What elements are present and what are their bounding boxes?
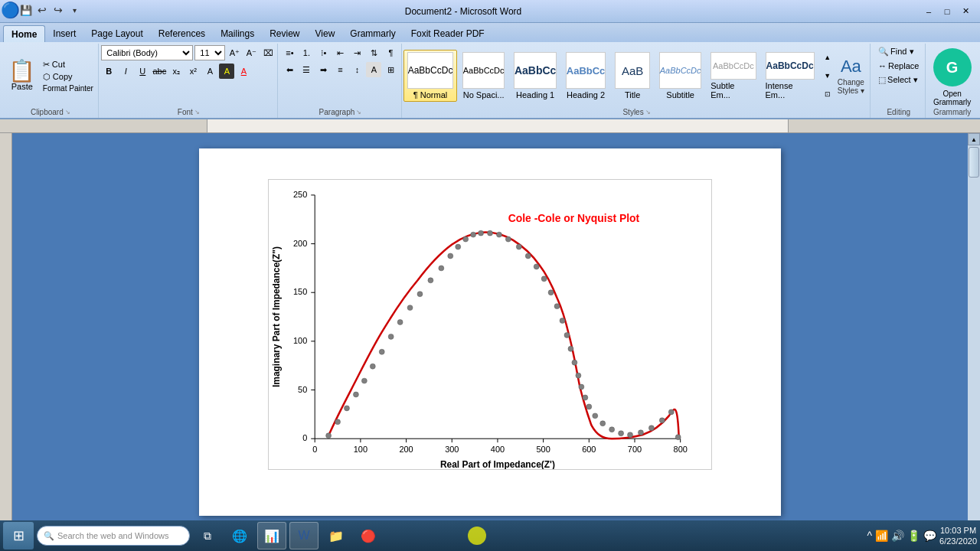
show-formatting-button[interactable]: ¶ bbox=[383, 45, 398, 60]
paragraph-expand-icon[interactable]: ↘ bbox=[356, 109, 361, 116]
strikethrough-button[interactable]: abc bbox=[152, 64, 167, 79]
excel-button[interactable]: 📊 bbox=[257, 522, 286, 549]
quick-access-dropdown[interactable]: ▾ bbox=[67, 3, 81, 17]
font-row1: Calibri (Body) 11 A⁺ A⁻ ⌧ bbox=[101, 45, 276, 60]
borders-button[interactable]: ⊞ bbox=[383, 62, 398, 77]
date: 6/23/2020 bbox=[939, 536, 977, 546]
svg-point-56 bbox=[505, 236, 511, 242]
style-intense-button[interactable]: AaBbCcDc Intense Em... bbox=[762, 50, 818, 102]
scroll-thumb[interactable] bbox=[969, 147, 979, 178]
format-painter-button[interactable]: Format Painter bbox=[41, 83, 96, 93]
svg-text:100: 100 bbox=[354, 445, 368, 454]
shrink-font-button[interactable]: A⁻ bbox=[243, 45, 259, 60]
tab-home[interactable]: Home bbox=[3, 25, 45, 42]
explorer-button[interactable]: 📁 bbox=[322, 522, 351, 549]
tab-foxit[interactable]: Foxit Reader PDF bbox=[403, 25, 492, 42]
style-subtle-preview: AaBbCcDc bbox=[710, 52, 756, 80]
svg-point-70 bbox=[586, 404, 592, 409]
minimize-button[interactable]: – bbox=[920, 4, 937, 19]
italic-button[interactable]: I bbox=[118, 64, 133, 79]
sort-button[interactable]: ⇅ bbox=[366, 45, 381, 60]
align-right-button[interactable]: ➡ bbox=[315, 62, 331, 77]
shading-button[interactable]: A bbox=[366, 62, 381, 77]
font-size-select[interactable]: 11 bbox=[194, 45, 225, 60]
task-view-button[interactable]: ⧉ bbox=[193, 522, 222, 549]
select-button[interactable]: ⬚ Select ▾ bbox=[875, 73, 922, 86]
restore-button[interactable]: □ bbox=[939, 4, 956, 19]
style-subtitle-button[interactable]: AaBbCcDc Subtitle bbox=[655, 50, 705, 102]
style-no-spacing-button[interactable]: AaBbCcDc No Spaci... bbox=[459, 50, 508, 102]
replace-button[interactable]: ↔ Replace bbox=[875, 60, 922, 72]
notification-icon[interactable]: 💬 bbox=[923, 530, 936, 542]
style-subtle-button[interactable]: AaBbCcDc Subtle Em... bbox=[707, 50, 760, 102]
superscript-button[interactable]: x² bbox=[185, 64, 201, 79]
vertical-scrollbar[interactable]: ▲ bbox=[968, 133, 980, 531]
tab-review[interactable]: Review bbox=[262, 25, 307, 42]
font-group: Calibri (Body) 11 A⁺ A⁻ ⌧ B I U abc x₂ x… bbox=[100, 44, 278, 118]
scroll-up-arrow[interactable]: ▲ bbox=[968, 133, 980, 145]
style-heading1-button[interactable]: AaBbCc Heading 1 bbox=[510, 50, 560, 102]
speaker-icon[interactable]: 🔊 bbox=[891, 530, 904, 542]
cut-button[interactable]: ✂ Cut bbox=[41, 59, 96, 70]
line-spacing-button[interactable]: ↕ bbox=[349, 62, 364, 77]
justify-button[interactable]: ≡ bbox=[332, 62, 348, 77]
font-color-button[interactable]: A bbox=[236, 64, 251, 79]
increase-indent-button[interactable]: ⇥ bbox=[349, 45, 364, 60]
close-button[interactable]: ✕ bbox=[957, 4, 974, 19]
styles-expand-icon[interactable]: ↘ bbox=[645, 109, 651, 116]
style-normal-button[interactable]: AaBbCcDc ¶ Normal bbox=[403, 50, 457, 102]
tab-insert[interactable]: Insert bbox=[45, 25, 83, 42]
svg-point-69 bbox=[583, 395, 588, 400]
font-name-select[interactable]: Calibri (Body) bbox=[101, 45, 193, 60]
svg-text:700: 700 bbox=[628, 445, 642, 454]
save-button[interactable]: 💾 bbox=[19, 3, 33, 17]
align-center-button[interactable]: ☰ bbox=[299, 62, 314, 77]
grammarly-icon-button[interactable]: G bbox=[933, 48, 972, 86]
style-title-button[interactable]: AaB Title bbox=[611, 50, 654, 102]
font-expand-icon[interactable]: ↘ bbox=[194, 109, 200, 116]
document-scroll[interactable]: 0 50 100 150 200 bbox=[12, 133, 968, 531]
multilevel-button[interactable]: ⁝• bbox=[315, 45, 331, 60]
copy-button[interactable]: ⬡ Copy bbox=[41, 71, 96, 83]
tab-references[interactable]: References bbox=[151, 25, 213, 42]
clipboard-expand-icon[interactable]: ↘ bbox=[65, 109, 70, 116]
word-button[interactable]: W bbox=[289, 522, 318, 549]
clear-format-button[interactable]: ⌧ bbox=[260, 45, 276, 60]
bullets-button[interactable]: ≡• bbox=[282, 45, 297, 60]
edge-button[interactable]: 🌐 bbox=[225, 522, 254, 549]
taskbar: ⊞ 🔍 Search the web and Windows ⧉ 🌐 📊 W 📁… bbox=[0, 520, 980, 551]
battery-icon[interactable]: 🔋 bbox=[907, 530, 920, 542]
change-styles-button[interactable]: Aa ChangeStyles ▾ bbox=[832, 50, 871, 102]
network-icon[interactable]: 📶 bbox=[875, 530, 888, 542]
align-left-button[interactable]: ⬅ bbox=[282, 62, 297, 77]
decrease-indent-button[interactable]: ⇤ bbox=[332, 45, 348, 60]
svg-text:Cole -Cole or Nyquist Plot: Cole -Cole or Nyquist Plot bbox=[508, 212, 640, 224]
style-heading2-button[interactable]: AaBbCc Heading 2 bbox=[562, 50, 609, 102]
open-grammarly-label[interactable]: OpenGrammarly bbox=[933, 90, 971, 106]
bold-button[interactable]: B bbox=[101, 64, 116, 79]
underline-button[interactable]: U bbox=[135, 64, 150, 79]
tab-mailings[interactable]: Mailings bbox=[213, 25, 262, 42]
style-heading2-label: Heading 2 bbox=[567, 90, 605, 99]
taskbar-search[interactable]: 🔍 Search the web and Windows bbox=[37, 526, 190, 546]
highlight-button[interactable]: A bbox=[219, 64, 234, 79]
editing-label: Editing bbox=[887, 106, 910, 116]
tab-grammarly[interactable]: Grammarly bbox=[342, 25, 403, 42]
text-effects-button[interactable]: A bbox=[202, 64, 217, 79]
tab-page-layout[interactable]: Page Layout bbox=[83, 25, 150, 42]
find-button[interactable]: 🔍 Find ▾ bbox=[875, 45, 922, 58]
grow-font-button[interactable]: A⁺ bbox=[227, 45, 242, 60]
tab-view[interactable]: View bbox=[308, 25, 343, 42]
style-nospace-label: No Spaci... bbox=[463, 90, 505, 99]
subscript-button[interactable]: x₂ bbox=[168, 64, 184, 79]
redo-button[interactable]: ↪ bbox=[51, 3, 65, 17]
start-button[interactable]: ⊞ bbox=[3, 522, 34, 549]
powerpoint-button[interactable]: 🔴 bbox=[354, 522, 383, 549]
svg-point-68 bbox=[579, 384, 584, 390]
paragraph-group: ≡• 1. ⁝• ⇤ ⇥ ⇅ ¶ ⬅ ☰ ➡ ≡ ↕ A ⊞ bbox=[279, 44, 402, 118]
replace-icon: ↔ bbox=[878, 61, 887, 70]
chevron-up-icon[interactable]: ^ bbox=[867, 530, 872, 542]
undo-button[interactable]: ↩ bbox=[35, 3, 49, 17]
numbering-button[interactable]: 1. bbox=[299, 45, 314, 60]
paste-button[interactable]: 📋 Paste bbox=[5, 45, 39, 106]
